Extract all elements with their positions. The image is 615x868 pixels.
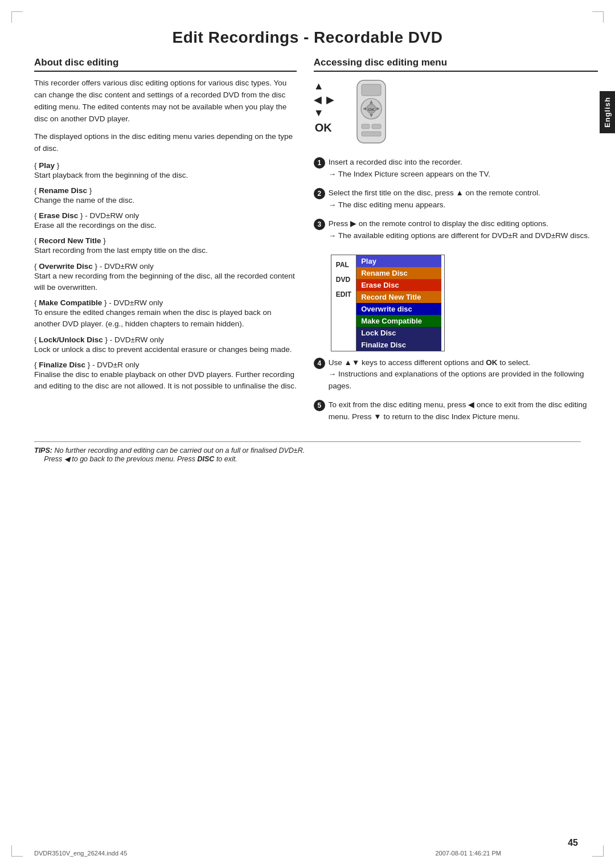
step-4-text: Use ▲▼ keys to access different options … [329, 357, 598, 393]
menu-label-edit: EDIT [336, 287, 351, 302]
menu-side-labels: PAL DVD EDIT [331, 255, 356, 305]
left-intro-text2: The displayed options in the disc editin… [34, 131, 297, 155]
arrow-ok-block: ▲ ◀ ▶ ▼ OK [314, 80, 334, 134]
step-4-arrow: → [329, 370, 337, 378]
menu-row-record-new-title: Record New Title [356, 291, 441, 303]
footer-date-info: 2007-08-01 1:46:21 PM [435, 850, 501, 857]
step-5-text: To exit from the disc editing menu, pres… [329, 399, 598, 423]
menu-label-pal: PAL [336, 257, 351, 272]
left-intro-text: This recorder offers various disc editin… [34, 77, 297, 125]
svg-rect-9 [362, 124, 370, 129]
step-4: 4 Use ▲▼ keys to access different option… [314, 357, 598, 393]
step-2-text: Select the first title on the disc, pres… [329, 187, 540, 211]
step-2: 2 Select the first title on the disc, pr… [314, 187, 598, 211]
step-1-arrow: → [329, 170, 337, 178]
remote-illustration-area: ▲ ◀ ▶ ▼ OK [314, 77, 598, 148]
page-title: Edit Recordings - Recordable DVD [34, 28, 581, 47]
step-1-num: 1 [314, 157, 325, 169]
menu-items-list: Play Rename Disc Erase Disc Record New T… [356, 255, 441, 351]
step-3-num: 3 [314, 219, 325, 230]
step-1: 1 Insert a recorded disc into the record… [314, 157, 598, 181]
main-columns: About disc editing This recorder offers … [34, 57, 581, 430]
arrow-left-icon: ◀ [314, 93, 322, 106]
step-1-text: Insert a recorded disc into the recorder… [329, 157, 490, 181]
menu-label-dvd: DVD [336, 272, 351, 287]
menu-row-finalize-disc: Finalize Disc [356, 339, 441, 351]
page-number: 45 [568, 838, 578, 848]
arrow-down-icon: ▼ [314, 107, 324, 119]
step-2-arrow: → [329, 200, 337, 209]
svg-text:OK: OK [368, 107, 375, 112]
menu-item-erase-disc: { Erase Disc } - DVD±RW only Erase all t… [34, 211, 297, 231]
menu-item-record-new-title: { Record New Title } Start recording fro… [34, 236, 297, 256]
arrow-lr-row: ◀ ▶ [314, 93, 334, 106]
menu-item-rename-disc: { Rename Disc } Change the name of the d… [34, 186, 297, 206]
ok-label: OK [315, 121, 332, 134]
menu-item-lock-unlock: { Lock/Unlock Disc } - DVD±RW only Lock … [34, 335, 297, 355]
footer-file-info: DVDR3510V_eng_26244.indd 45 [34, 850, 127, 857]
menu-item-make-compatible: { Make Compatible } - DVD±RW only To ens… [34, 298, 297, 330]
arrow-right-icon: ▶ [326, 93, 334, 106]
menu-item-finalize-disc: { Finalize Disc } - DVD±R only Finalise … [34, 360, 297, 392]
svg-rect-10 [372, 124, 381, 129]
menu-item-play: { Play } Start playback from the beginni… [34, 161, 297, 181]
menu-row-overwrite-disc: Overwrite disc [356, 303, 441, 315]
menu-row-make-compatible: Make Compatible [356, 315, 441, 327]
svg-rect-11 [362, 132, 381, 136]
menu-row-play: Play [356, 255, 441, 267]
right-column: Accessing disc editing menu ▲ ◀ ▶ ▼ OK [314, 57, 598, 430]
footer-tips: TIPS: No further recording and editing c… [34, 441, 581, 463]
left-section-heading: About disc editing [34, 57, 297, 72]
step-4-num: 4 [314, 358, 325, 369]
arrow-down-row: ▼ [314, 107, 324, 119]
remote-svg: OK [346, 77, 397, 148]
step-3: 3 Press ▶ on the remote control to displ… [314, 218, 598, 242]
menu-row-rename-disc: Rename Disc [356, 267, 441, 279]
left-column: About disc editing This recorder offers … [34, 57, 297, 430]
step-5: 5 To exit from the disc editing menu, pr… [314, 399, 598, 423]
step-3-text: Press ▶ on the remote control to display… [329, 218, 590, 242]
step-5-num: 5 [314, 400, 325, 411]
menu-row-lock-disc: Lock Disc [356, 327, 441, 339]
tips-label: TIPS: [34, 447, 52, 455]
right-section-heading: Accessing disc editing menu [314, 57, 598, 72]
arrow-up-row: ▲ [314, 80, 324, 92]
arrow-up-icon: ▲ [314, 80, 324, 92]
svg-rect-1 [362, 84, 381, 96]
menu-screenshot-box: PAL DVD EDIT Play Rename Disc Erase Disc… [331, 255, 445, 351]
step-2-num: 2 [314, 188, 325, 199]
menu-row-erase-disc: Erase Disc [356, 279, 441, 291]
menu-box-inner: PAL DVD EDIT Play Rename Disc Erase Disc… [331, 255, 444, 351]
step-3-arrow: → [329, 231, 337, 240]
menu-item-overwrite-disc: { Overwrite Disc } - DVD±RW only Start a… [34, 261, 297, 294]
